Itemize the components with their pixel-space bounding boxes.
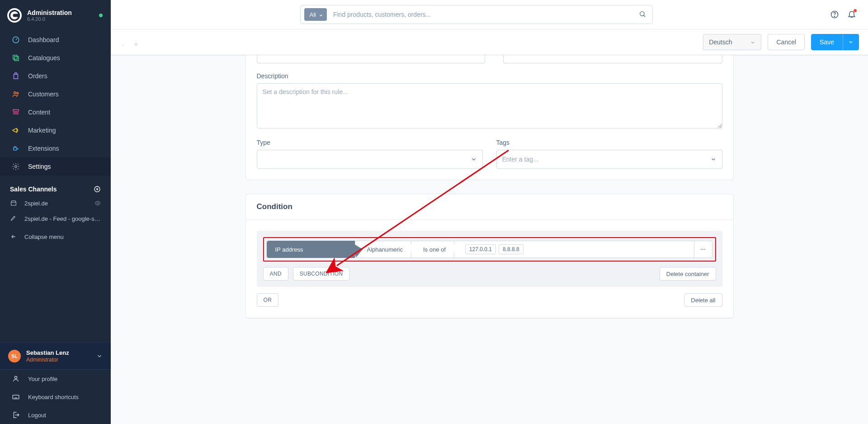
save-button-group: Save [811,34,859,50]
svg-point-4 [17,92,19,94]
svg-line-25 [643,15,645,16]
search-icon [639,10,646,18]
tags-placeholder: Enter a tag... [502,156,538,163]
user-role: Administrator [26,357,69,363]
chevron-down-icon [710,156,717,162]
svg-rect-5 [13,110,19,111]
footer-label: Keyboard shortcuts [28,394,79,400]
rule-field-label: IP address [275,246,303,253]
channel-item[interactable]: 2spiel.de - Feed - google-shoppi... [0,211,111,226]
section-label: Sales Channels [10,186,57,193]
nav-customers[interactable]: Customers [0,85,111,103]
rule-field-select[interactable]: IP address [267,241,355,258]
subcondition-button[interactable]: SUBCONDITION [293,267,350,281]
footer-profile[interactable]: Your profile [0,370,111,388]
channel-label: 2spiel.de [24,200,87,207]
nav-settings[interactable]: Settings [0,157,111,176]
main-nav: Dashboard Catalogues Orders Customers Co… [0,31,111,176]
footer-logout[interactable]: Logout [0,406,111,424]
description-label: Description [257,72,722,80]
main: All Deutsch [111,0,868,424]
nav-label: Dashboard [28,36,59,43]
page-settings-button[interactable] [132,38,140,46]
footer-shortcuts[interactable]: Keyboard shortcuts [0,388,111,406]
rule-type-label: Alphanumeric [367,246,403,253]
collapse-menu[interactable]: Collapse menu [0,229,111,244]
svg-rect-8 [14,148,17,150]
channel-label: 2spiel.de - Feed - google-shoppi... [24,215,101,222]
rule-values-input[interactable]: 127.0.0.1 8.8.8.8 [454,241,694,258]
type-select[interactable] [257,150,483,169]
nav-label: Catalogues [28,54,60,62]
search-input[interactable] [327,11,632,18]
nav-marketing[interactable]: Marketing [0,121,111,139]
collapse-icon [10,233,17,240]
general-card: Description Type Tags [245,55,734,180]
svg-rect-2 [14,57,19,61]
save-button[interactable]: Save [811,34,843,50]
svg-rect-19 [13,395,19,399]
add-channel-icon[interactable] [94,186,101,193]
language-label: Deutsch [709,38,732,46]
status-indicator [99,14,103,17]
user-panel[interactable]: SL Sebastian Lenz Administrator [0,343,111,369]
actionbar: Deutsch Cancel Save [111,29,868,55]
chevron-down-icon [96,353,103,359]
notification-dot [854,9,857,12]
admin-version: 6.4.20.0 [27,16,72,22]
svg-rect-1 [13,55,17,59]
eye-icon[interactable] [94,200,101,206]
content-scroll[interactable]: Description Type Tags [111,55,868,424]
sales-channels-heading: Sales Channels [0,176,111,195]
condition-rule-row: IP address Alphanumeric Is one of [267,241,712,258]
searchbar: All [300,5,653,24]
name-input-stub[interactable] [257,55,485,63]
nav-dashboard[interactable]: Dashboard [0,31,111,49]
keyboard-icon [12,393,20,401]
nav-label: Extensions [28,145,59,152]
nav-label: Content [28,109,50,116]
layout-icon [12,108,20,116]
help-icon[interactable] [830,10,839,19]
nav-label: Settings [28,163,51,170]
search-scope-label: All [310,11,316,18]
tags-label: Tags [496,139,722,146]
delete-all-button[interactable]: Delete all [684,293,722,307]
rule-context-menu[interactable] [694,241,712,258]
svg-point-16 [97,202,99,204]
chevron-down-icon [319,12,323,17]
box-icon [12,54,20,62]
rule-type-select[interactable]: Alphanumeric [355,241,411,258]
person-icon [12,375,20,383]
annotation-highlight: IP address Alphanumeric Is one of [263,237,716,262]
channel-item[interactable]: 2spiel.de [0,195,111,211]
or-button[interactable]: OR [257,293,279,307]
and-button[interactable]: AND [263,267,288,281]
bag-icon [12,72,20,80]
back-button[interactable] [120,39,126,45]
search-scope[interactable]: All [304,8,327,21]
type-label: Type [257,139,483,146]
value-tag[interactable]: 8.8.8.8 [499,244,524,254]
priority-input-stub[interactable] [503,55,722,63]
svg-point-3 [14,92,16,94]
language-select[interactable]: Deutsch [703,34,761,50]
search-button[interactable] [632,10,652,19]
delete-container-button[interactable]: Delete container [660,267,716,281]
nav-label: Orders [28,72,47,80]
nav-extensions[interactable]: Extensions [0,139,111,157]
svg-point-24 [640,11,644,15]
notifications-button[interactable] [847,10,856,20]
save-dropdown-button[interactable] [843,34,859,50]
nav-label: Customers [28,91,59,98]
description-textarea[interactable] [257,83,722,129]
value-tag[interactable]: 127.0.0.1 [465,244,496,254]
nav-orders[interactable]: Orders [0,67,111,85]
users-icon [12,90,20,98]
cancel-button[interactable]: Cancel [768,34,805,50]
nav-catalogues[interactable]: Catalogues [0,49,111,67]
nav-content[interactable]: Content [0,103,111,121]
nav-label: Marketing [28,127,56,134]
svg-point-28 [136,44,137,45]
tags-select[interactable]: Enter a tag... [496,150,722,169]
